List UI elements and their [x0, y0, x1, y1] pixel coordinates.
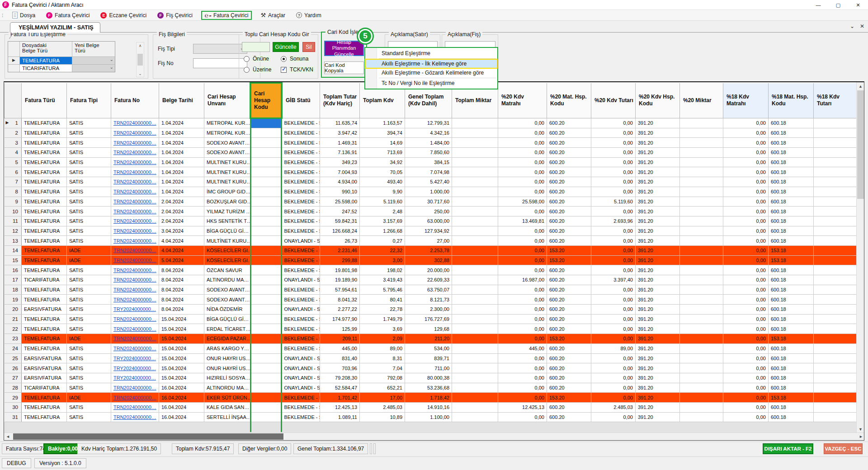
cell[interactable] — [814, 275, 858, 285]
cell[interactable]: BİGA GÜÇLÜ Gİ… — [204, 314, 250, 324]
cell[interactable] — [250, 412, 282, 422]
close-icon[interactable]: ✕ — [848, 0, 868, 10]
cell[interactable]: TEMELFATURA — [22, 245, 67, 255]
row-header[interactable]: 19 — [5, 295, 22, 305]
cell[interactable]: 0,00 — [723, 383, 769, 393]
row-header[interactable]: 18 — [5, 285, 22, 295]
cell[interactable] — [814, 245, 858, 255]
cell[interactable] — [250, 138, 282, 148]
cell-fatura-no[interactable]: TRN2024000000… — [111, 236, 159, 246]
cell[interactable]: 0,00 — [723, 216, 769, 226]
cell[interactable]: SATIS — [67, 363, 111, 373]
cell[interactable]: 153.18 — [769, 255, 814, 265]
cell[interactable]: 5.795,46 — [360, 285, 405, 295]
cell[interactable]: 394,74 — [360, 128, 405, 138]
cell[interactable]: 600.18 — [769, 412, 814, 422]
cell-fatura-no[interactable]: TRN2024000000… — [111, 402, 159, 412]
cell[interactable]: KÖSELECİLER GI… — [204, 255, 250, 265]
cell-fatura-no[interactable]: TRN2024000000… — [111, 148, 159, 158]
cell[interactable]: SODEXO AVANT… — [204, 138, 250, 148]
cell[interactable]: 0,00 — [591, 167, 636, 177]
cell[interactable]: 153.20 — [547, 393, 591, 403]
cell[interactable] — [814, 157, 858, 167]
cell[interactable]: 600.18 — [769, 343, 814, 353]
cell[interactable]: TEMELFATURA — [22, 157, 67, 167]
cell[interactable] — [814, 207, 858, 216]
cell[interactable]: 25.598,00 — [320, 197, 360, 207]
cell-fatura-no[interactable]: TRN2024000000… — [111, 128, 159, 138]
cell[interactable]: 14,69 — [360, 138, 405, 148]
cell[interactable]: 600.20 — [547, 118, 591, 128]
cell[interactable] — [250, 226, 282, 236]
cell-fatura-no[interactable]: TRY2024000000… — [111, 353, 159, 363]
row-header[interactable]: 3 — [5, 138, 22, 148]
cell[interactable]: 0,00 — [498, 295, 547, 305]
table-row[interactable]: 6TEMELFATURASATISTRN2024000000…1.04.2024… — [5, 167, 858, 177]
yeni-belge-turu-dropdown-2[interactable] — [72, 65, 115, 72]
cell[interactable]: 391.20 — [636, 187, 680, 197]
cell[interactable]: TEMELFATURA — [22, 148, 67, 158]
cell[interactable] — [814, 383, 858, 393]
cell[interactable]: 2.693,96 — [591, 216, 636, 226]
cell[interactable]: ONUR HAYRİ US… — [204, 363, 250, 373]
cell[interactable]: 391.20 — [636, 118, 680, 128]
cell[interactable] — [814, 305, 858, 315]
cell[interactable]: SATIS — [67, 177, 111, 187]
cell[interactable]: 247,52 — [320, 207, 360, 216]
cell[interactable]: 7.074,98 — [405, 167, 452, 177]
cell[interactable]: 3,69 — [360, 324, 405, 334]
cell-fatura-no[interactable]: TRN2024000000… — [111, 393, 159, 403]
menu-item-akilli-gozardi[interactable]: Akıllı Eşleştirme - Gözardı Kelimelere g… — [365, 68, 497, 77]
cell[interactable]: 600.20 — [547, 275, 591, 285]
cell[interactable]: 11.635,74 — [320, 118, 360, 128]
cell[interactable]: SATIS — [67, 373, 111, 383]
cell[interactable]: KÖSELECİLER GI… — [204, 245, 250, 255]
tab-close-icon[interactable]: ✕ — [860, 23, 864, 29]
cell[interactable]: YILMAZ TURİZM … — [204, 207, 250, 216]
cell[interactable]: SATIS — [67, 197, 111, 207]
cell[interactable]: 0,00 — [723, 118, 769, 128]
menu-fis-cevirici[interactable]: F Fiş Çevirici — [155, 11, 195, 19]
cell[interactable] — [680, 236, 723, 246]
cell[interactable] — [250, 236, 282, 246]
cell[interactable] — [452, 363, 498, 373]
cell[interactable]: 16.04.2024 — [159, 402, 204, 412]
cell[interactable] — [680, 265, 723, 275]
row-header[interactable]: 31 — [5, 412, 22, 422]
cell[interactable] — [814, 128, 858, 138]
cell[interactable]: 600.18 — [769, 177, 814, 187]
cell[interactable] — [452, 148, 498, 158]
scrollbar-up-icon[interactable]: ▲ — [857, 82, 864, 90]
cell[interactable] — [250, 295, 282, 305]
cell[interactable]: SATIS — [67, 305, 111, 315]
cell-fatura-no[interactable]: TRN2024000000… — [111, 226, 159, 236]
cell[interactable] — [452, 187, 498, 197]
cell[interactable] — [680, 255, 723, 265]
cell-fatura-no[interactable]: TRY2024000000… — [111, 373, 159, 383]
row-header[interactable]: 24 — [5, 343, 22, 353]
cell[interactable]: SATIS — [67, 207, 111, 216]
cell[interactable]: 0,00 — [498, 393, 547, 403]
cell[interactable]: 4.934,00 — [320, 177, 360, 187]
cell[interactable]: 0,00 — [591, 236, 636, 246]
cell[interactable]: 10,89 — [360, 412, 405, 422]
cell[interactable] — [814, 197, 858, 207]
cell-fatura-no[interactable]: TRN2024000000… — [111, 197, 159, 207]
cell[interactable]: 0,00 — [723, 148, 769, 158]
cell[interactable]: 391.20 — [636, 353, 680, 363]
cell[interactable]: 0,00 — [723, 334, 769, 344]
table-row[interactable]: 26EARSIVFATURASATISTRY2024000000…15.04.2… — [5, 363, 858, 373]
cell[interactable]: 713,69 — [360, 148, 405, 158]
table-row[interactable]: 28TICARIFATURASATISTRN2024000000…16.04.2… — [5, 383, 858, 393]
table-row[interactable]: 21TEMELFATURASATISTRN2024000000…15.04.20… — [5, 314, 858, 324]
table-row[interactable]: 3TEMELFATURASATISTRN2024000000…1.04.2024… — [5, 138, 858, 148]
cell[interactable]: TEMELFATURA — [22, 295, 67, 305]
cell[interactable]: 600.20 — [547, 285, 591, 295]
cell[interactable]: 2.04.2024 — [159, 216, 204, 226]
cell[interactable]: BEKLEMEDE - SA… — [282, 157, 320, 167]
cell[interactable]: 600.18 — [769, 353, 814, 363]
cell[interactable]: 0,00 — [591, 255, 636, 265]
cell[interactable]: 5.119,60 — [591, 197, 636, 207]
cell[interactable] — [250, 353, 282, 363]
cell[interactable]: 16.987,00 — [498, 275, 547, 285]
